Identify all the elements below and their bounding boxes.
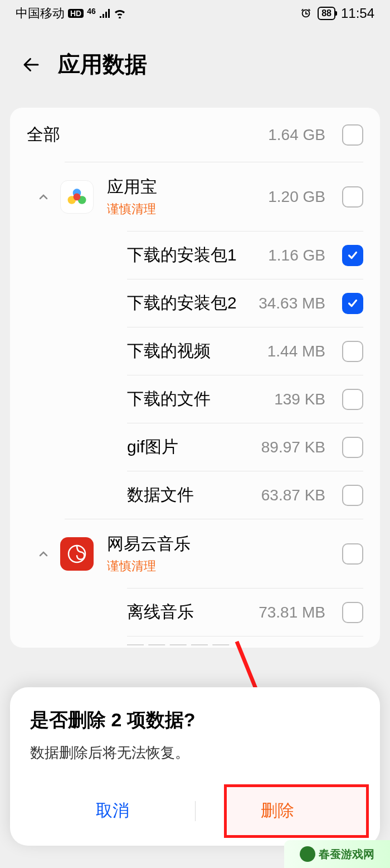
app-texts: 应用宝 谨慎清理 (107, 176, 268, 218)
sub-label: 下载的文件 (127, 388, 274, 411)
sub-checkbox[interactable] (342, 602, 363, 623)
all-size: 1.64 GB (268, 126, 325, 144)
sub-label: 离线音乐 (127, 601, 259, 624)
sub-row-file[interactable]: 下载的文件 139 KB (10, 375, 380, 423)
sub-size: 63.87 KB (261, 486, 325, 504)
signal-icon (99, 9, 110, 18)
chevron-up-icon[interactable] (27, 190, 60, 204)
dialog-title: 是否删除 2 项数据? (30, 707, 360, 733)
app-name: 网易云音乐 (107, 533, 325, 556)
all-row[interactable]: 全部 1.64 GB (10, 108, 380, 162)
sub-label: gif图片 (127, 436, 261, 459)
sub-size: 1.44 MB (267, 343, 325, 360)
dialog-actions: 取消 删除 (30, 787, 360, 835)
sub-row-video[interactable]: 下载的视频 1.44 MB (10, 327, 380, 375)
sub-size: 139 KB (274, 390, 325, 408)
watermark-logo-icon (300, 846, 315, 862)
sub-checkbox[interactable] (342, 245, 363, 266)
cancel-button[interactable]: 取消 (30, 787, 195, 835)
sub-checkbox[interactable] (342, 485, 363, 506)
sub-label: 数据文件 (127, 484, 261, 507)
watermark-text: 春蚕游戏网 (319, 847, 374, 862)
page-header: 应用数据 (0, 27, 390, 108)
app-icon-netease (60, 537, 94, 571)
watermark: 春蚕游戏网 (284, 840, 390, 868)
app-icon-yingyongbao (60, 180, 94, 214)
carrier-label: 中国移动 (16, 5, 65, 22)
app-texts: 网易云音乐 谨慎清理 (107, 533, 325, 575)
hd-badge: HD (68, 9, 84, 18)
battery-level: 88 (321, 8, 332, 18)
back-button[interactable] (20, 54, 42, 76)
network-label: 46 (87, 7, 96, 16)
page-title: 应用数据 (58, 49, 147, 80)
svg-point-3 (74, 193, 81, 200)
all-checkbox[interactable] (342, 124, 363, 146)
sub-row-offline-music[interactable]: 离线音乐 73.81 MB (10, 589, 380, 636)
sub-row-package2[interactable]: 下载的安装包2 34.63 MB (10, 279, 380, 327)
app-warning: 谨慎清理 (107, 558, 325, 575)
sub-label: 下载的安装包2 (127, 292, 259, 315)
sub-checkbox[interactable] (342, 437, 363, 458)
sub-row-package1[interactable]: 下载的安装包1 1.16 GB (10, 232, 380, 279)
app-row-netease[interactable]: 网易云音乐 谨慎清理 (10, 519, 380, 588)
sub-size: 1.16 GB (268, 247, 325, 264)
sub-size: 34.63 MB (259, 295, 325, 312)
sub-size: 89.97 KB (261, 438, 325, 456)
app-size: 1.20 GB (268, 188, 325, 206)
status-right: 88 11:54 (300, 6, 374, 21)
sub-size: 73.81 MB (259, 604, 325, 621)
app-checkbox[interactable] (342, 186, 363, 208)
sub-label: 下载的视频 (127, 340, 267, 363)
app-warning: 谨慎清理 (107, 201, 268, 218)
clock: 11:54 (341, 6, 374, 21)
dialog-subtitle: 数据删除后将无法恢复。 (30, 743, 360, 763)
all-label: 全部 (27, 123, 268, 146)
app-name: 应用宝 (107, 176, 268, 199)
sub-checkbox[interactable] (342, 389, 363, 410)
status-left: 中国移动 HD 46 (16, 5, 126, 22)
battery-indicator: 88 (318, 7, 335, 20)
app-row-yingyongbao[interactable]: 应用宝 谨慎清理 1.20 GB (10, 162, 380, 231)
sub-row-data[interactable]: 数据文件 63.87 KB (10, 471, 380, 519)
alarm-icon (300, 7, 312, 20)
delete-dialog: 是否删除 2 项数据? 数据删除后将无法恢复。 取消 删除 (10, 687, 380, 846)
sub-row-gif[interactable]: gif图片 89.97 KB (10, 423, 380, 471)
delete-button[interactable]: 删除 (196, 787, 360, 835)
chevron-up-icon[interactable] (27, 547, 60, 561)
data-card: 全部 1.64 GB 应用宝 谨慎清理 1.20 GB (10, 108, 380, 648)
sub-label: 下载的安装包1 (127, 244, 268, 267)
app-checkbox[interactable] (342, 543, 363, 565)
sub-checkbox[interactable] (342, 293, 363, 314)
wifi-icon (114, 8, 126, 18)
sub-row-partial: — — — — — (10, 636, 380, 648)
screen: 中国移动 HD 46 88 11:54 应用数据 (0, 0, 390, 868)
sub-checkbox[interactable] (342, 341, 363, 362)
status-bar: 中国移动 HD 46 88 11:54 (0, 0, 390, 27)
